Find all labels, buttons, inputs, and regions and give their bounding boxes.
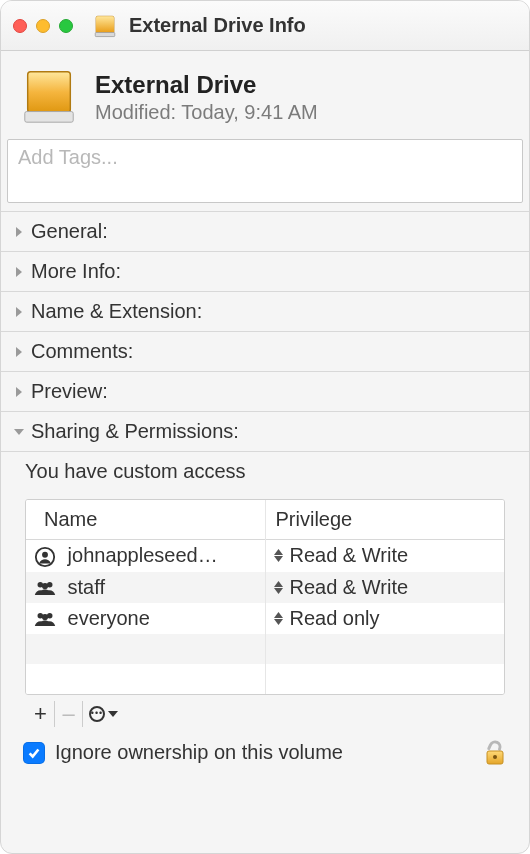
table-row	[26, 634, 504, 664]
privilege-value: Read & Write	[290, 576, 409, 599]
section-comments[interactable]: Comments:	[1, 331, 529, 371]
add-button[interactable]: +	[27, 701, 55, 727]
table-row[interactable]: everyone Read only	[26, 603, 504, 634]
column-privilege[interactable]: Privilege	[265, 500, 504, 540]
column-name[interactable]: Name	[26, 500, 265, 540]
info-window: External Drive Info External Drive Modif…	[0, 0, 530, 854]
privilege-select[interactable]: Read & Write	[274, 576, 497, 599]
table-row[interactable]: johnappleseed… Read & Write	[26, 540, 504, 572]
drive-icon	[17, 65, 81, 129]
privilege-value: Read only	[290, 607, 380, 630]
group-icon	[34, 610, 56, 628]
modified-value: Today, 9:41 AM	[181, 101, 317, 123]
section-more-info[interactable]: More Info:	[1, 251, 529, 291]
chevron-down-icon	[107, 710, 119, 718]
stepper-icon	[274, 612, 286, 625]
permissions-body: You have custom access Name Privilege	[1, 452, 529, 727]
table-header: Name Privilege	[26, 500, 504, 540]
access-text: You have custom access	[25, 460, 505, 483]
titlebar-drive-icon	[91, 12, 119, 40]
traffic-lights	[13, 19, 73, 33]
permissions-toolbar: + – •••	[25, 701, 505, 727]
tags-input[interactable]	[18, 146, 512, 169]
chevron-right-icon	[13, 346, 25, 358]
svg-point-12	[42, 614, 48, 620]
remove-button[interactable]: –	[55, 701, 83, 727]
privilege-value: Read & Write	[290, 544, 409, 567]
header: External Drive Modified: Today, 9:41 AM	[1, 51, 529, 139]
action-menu-button[interactable]: •••	[83, 701, 123, 727]
svg-rect-2	[95, 32, 115, 36]
section-general[interactable]: General:	[1, 211, 529, 251]
group-icon	[34, 579, 56, 597]
person-icon	[34, 546, 56, 568]
drive-name: External Drive	[95, 71, 318, 99]
svg-rect-1	[96, 16, 114, 33]
tags-field[interactable]	[7, 139, 523, 203]
titlebar[interactable]: External Drive Info	[1, 1, 529, 51]
table-row	[26, 664, 504, 694]
user-name: everyone	[68, 607, 150, 629]
user-name: staff	[68, 576, 105, 598]
section-preview[interactable]: Preview:	[1, 371, 529, 411]
svg-point-9	[42, 583, 48, 589]
zoom-button[interactable]	[59, 19, 73, 33]
checkbox-checked-icon	[23, 742, 45, 764]
chevron-right-icon	[13, 386, 25, 398]
section-label: General:	[31, 220, 108, 243]
section-label: Sharing & Permissions:	[31, 420, 239, 443]
section-sharing-permissions[interactable]: Sharing & Permissions:	[1, 411, 529, 452]
stepper-icon	[274, 581, 286, 594]
lock-button[interactable]	[483, 739, 507, 767]
privilege-select[interactable]: Read & Write	[274, 544, 497, 567]
privilege-select[interactable]: Read only	[274, 607, 497, 630]
chevron-right-icon	[13, 226, 25, 238]
chevron-right-icon	[13, 266, 25, 278]
window-title: External Drive Info	[129, 14, 306, 37]
sections: General: More Info: Name & Extension: Co…	[1, 211, 529, 452]
table-row[interactable]: staff Read & Write	[26, 572, 504, 603]
permissions-table: Name Privilege johnappleseed…	[25, 499, 505, 695]
action-icon: •••	[89, 706, 105, 722]
close-button[interactable]	[13, 19, 27, 33]
chevron-down-icon	[13, 427, 25, 437]
svg-rect-4	[25, 112, 73, 123]
modified-label: Modified:	[95, 101, 176, 123]
section-label: Comments:	[31, 340, 133, 363]
checkbox-label: Ignore ownership on this volume	[55, 741, 343, 764]
user-name: johnappleseed…	[68, 544, 218, 566]
svg-point-6	[42, 551, 48, 557]
section-label: More Info:	[31, 260, 121, 283]
section-name-extension[interactable]: Name & Extension:	[1, 291, 529, 331]
section-label: Name & Extension:	[31, 300, 202, 323]
chevron-right-icon	[13, 306, 25, 318]
svg-rect-3	[28, 72, 71, 113]
section-label: Preview:	[31, 380, 108, 403]
minimize-button[interactable]	[36, 19, 50, 33]
ignore-ownership-checkbox[interactable]: Ignore ownership on this volume	[23, 741, 343, 764]
footer: Ignore ownership on this volume	[1, 727, 529, 783]
stepper-icon	[274, 549, 286, 562]
drive-modified: Modified: Today, 9:41 AM	[95, 101, 318, 124]
svg-point-14	[493, 755, 497, 759]
